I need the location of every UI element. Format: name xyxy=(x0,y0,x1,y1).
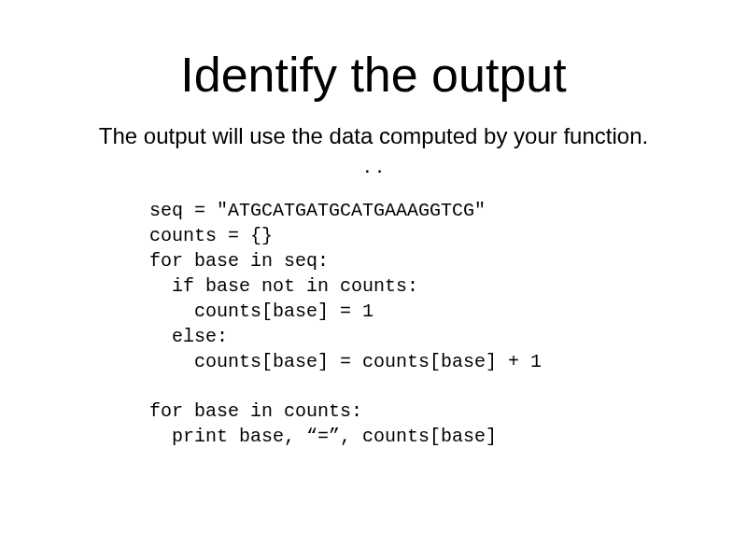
slide-subtitle: The output will use the data computed by… xyxy=(56,121,691,179)
code-block-2: for base in counts: print base, “=”, cou… xyxy=(149,399,691,449)
code-block-1: seq = "ATGCATGATGCATGAAAGGTCG" counts = … xyxy=(149,198,691,374)
slide-title: Identify the output xyxy=(56,47,691,103)
